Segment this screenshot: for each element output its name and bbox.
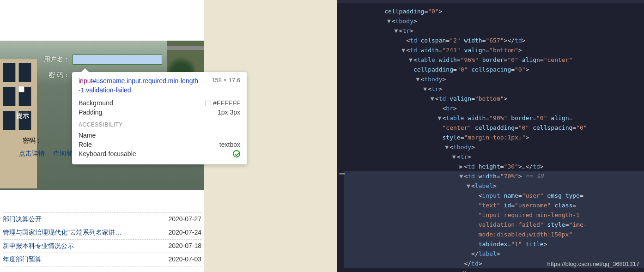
news-date: 2020-07-24: [168, 229, 201, 237]
news-title[interactable]: 新申报本科专业情况公示: [3, 242, 74, 250]
hint-label: 提示: [16, 112, 29, 120]
username-input[interactable]: [73, 54, 162, 65]
news-row: 部门决算公开2020-07-27: [3, 212, 201, 226]
dom-node[interactable]: </tr>: [344, 268, 644, 272]
username-label: 用户名：: [44, 55, 70, 64]
dom-node[interactable]: ▼<tr>: [344, 152, 644, 162]
dom-node[interactable]: style="margin-top:1px;">: [344, 133, 644, 142]
tooltip-acc-section: ACCESSIBILITY: [79, 121, 240, 128]
news-title[interactable]: 管理与国家治理现代化"云端系列名家讲…: [3, 229, 122, 237]
dom-node[interactable]: mode:disabled;width:150px": [344, 230, 644, 239]
dom-node[interactable]: </label>: [344, 249, 644, 259]
tooltip-name-label: Name: [79, 132, 96, 139]
dom-node[interactable]: "text" id="username" class=: [344, 200, 644, 210]
news-date: 2020-07-18: [168, 242, 201, 250]
dom-node[interactable]: "input required min-length-1: [344, 210, 644, 220]
dom-node[interactable]: ▼<label>: [344, 181, 644, 191]
dom-node[interactable]: ▼<table width="90%" border="0" align=: [344, 113, 644, 123]
gutter-icon: •••: [339, 171, 345, 177]
dom-node[interactable]: ▼<td width="241" valign="bottom">: [344, 45, 644, 55]
news-row: 管理与国家治理现代化"云端系列名家讲…2020-07-24: [3, 226, 201, 240]
remember-checkbox[interactable]: [18, 86, 24, 92]
tooltip-role-value: textbox: [219, 141, 240, 148]
dom-node[interactable]: ▼<td valign="bottom">: [344, 94, 644, 103]
news-date: 2020-07-03: [168, 255, 201, 264]
news-row: 新申报本科专业情况公示2020-07-18: [3, 240, 201, 253]
dom-node[interactable]: ▼<tbody>: [344, 74, 644, 84]
dom-node[interactable]: <input name="user" emsg type=: [344, 191, 644, 200]
dom-node[interactable]: validation-failed" style="ime-: [344, 220, 644, 230]
news-title[interactable]: 部门决算公开: [3, 215, 42, 224]
check-icon: [233, 150, 240, 157]
dom-node[interactable]: <br>: [344, 103, 644, 113]
password2-label: 密码：: [16, 137, 42, 145]
news-date: 2020-07-27: [168, 215, 201, 224]
dom-tree[interactable]: cellpadding="0"> ▼<tbody> ▼<tr> <td cols…: [337, 3, 644, 272]
dom-node[interactable]: ▼<tbody>: [344, 142, 644, 152]
dom-node[interactable]: cellpadding="0" cellspacing="0">: [344, 65, 644, 74]
news-list: 部门决算公开2020-07-27管理与国家治理现代化"云端系列名家讲…2020-…: [0, 212, 204, 272]
tooltip-padding-label: Padding: [79, 109, 102, 116]
detail-link[interactable]: 点击详情: [19, 150, 45, 157]
tooltip-bg-label: Background: [79, 99, 113, 107]
tooltip-focusable-label: Keyboard-focusable: [79, 150, 136, 159]
tooltip-bg-value: #FFFFFF: [213, 99, 240, 107]
dom-node[interactable]: ▼<td width="70%"> == $0: [344, 171, 644, 181]
tooltip-role-label: Role: [79, 141, 92, 148]
devtools-elements-panel[interactable]: cellpadding="0"> ▼<tbody> ▼<tr> <td cols…: [337, 0, 644, 272]
tooltip-selector: input#username.input.required.min-length…: [79, 77, 199, 95]
devtools-inspect-tooltip: input#username.input.required.min-length…: [72, 72, 247, 164]
news-title[interactable]: 年度部门预算: [3, 255, 42, 264]
watermark-text: https://blog.csdn.net/qq_36801317: [547, 260, 640, 267]
tooltip-dimensions: 158 × 17.6: [212, 77, 240, 84]
dom-node[interactable]: ▼<tr>: [344, 84, 644, 94]
dom-node[interactable]: ▶<td height="30">…</td>: [344, 162, 644, 171]
dom-node[interactable]: <td colspan="2" width="657"></td>: [344, 36, 644, 45]
dom-node[interactable]: "center" cellpadding="0" cellspacing="0": [344, 123, 644, 133]
dom-node[interactable]: tabindex="1" title>: [344, 239, 644, 249]
dom-node[interactable]: ▼<tbody>: [344, 16, 644, 26]
dom-node[interactable]: cellpadding="0">: [344, 6, 644, 16]
dom-node[interactable]: ▼<tr>: [344, 26, 644, 36]
color-swatch-icon: [206, 101, 211, 106]
news-row: 年度部门预算2020-07-03: [3, 253, 201, 266]
dom-node[interactable]: ▼<table width="96%" border="0" align="ce…: [344, 55, 644, 65]
tooltip-padding-value: 1px 3px: [218, 109, 240, 116]
password-label: 密 码：: [44, 71, 70, 79]
